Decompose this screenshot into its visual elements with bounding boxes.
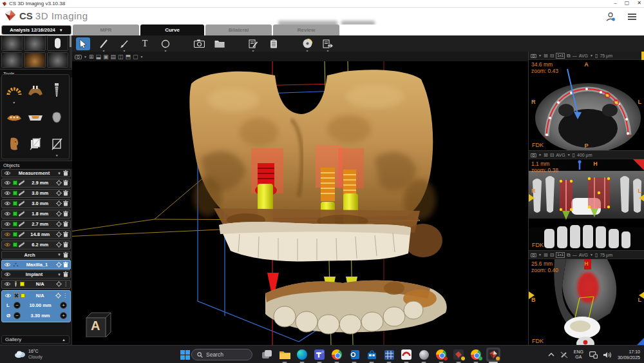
delete-icon[interactable] xyxy=(63,242,68,248)
measurement-row[interactable]: 14.8 mm xyxy=(1,230,71,240)
export-tool-button[interactable]: ▼ xyxy=(321,37,335,50)
taskbar-icon-chrome[interactable] xyxy=(330,348,344,362)
snapshot-icon[interactable] xyxy=(531,253,536,257)
color-swatch[interactable] xyxy=(13,181,17,185)
pane-layout-icon[interactable]: ⊟ xyxy=(550,152,554,158)
taskbar-icon-store[interactable] xyxy=(365,348,379,362)
chevron-down-icon[interactable]: ▼ xyxy=(140,54,144,60)
arch-group-header[interactable]: Arch ▼ xyxy=(1,251,71,259)
eye-icon[interactable] xyxy=(4,181,11,185)
ct-thumbnail[interactable] xyxy=(24,35,45,51)
eye-icon[interactable] xyxy=(4,222,11,226)
focus-target-icon[interactable] xyxy=(56,281,62,287)
tab-mpr[interactable]: MPR xyxy=(73,25,139,35)
delete-icon[interactable] xyxy=(63,262,68,268)
implant-group-header[interactable]: Implant ▼ xyxy=(1,270,71,279)
clipboard-tool-button[interactable] xyxy=(267,37,281,50)
copy-icon[interactable]: ▯ xyxy=(595,53,598,59)
panoramic-view[interactable]: 1.1 mm zoom: 0.38 H R L FDK xyxy=(529,159,644,250)
user-account-icon[interactable] xyxy=(605,12,616,22)
maximize-button[interactable]: ▢ xyxy=(625,0,630,6)
focus-target-icon[interactable] xyxy=(56,262,62,268)
color-swatch[interactable] xyxy=(13,232,17,237)
layout-rows-icon[interactable]: ▤ xyxy=(111,54,117,60)
delete-icon[interactable] xyxy=(63,190,68,196)
slices-tool-button[interactable] xyxy=(24,130,46,157)
length-decrement-button[interactable]: − xyxy=(14,302,21,309)
orientation-cube[interactable]: A xyxy=(82,310,112,337)
mandible-tool-button[interactable] xyxy=(24,76,46,104)
eye-icon[interactable] xyxy=(4,201,11,206)
close-button[interactable]: ✕ xyxy=(637,0,641,6)
disc-export-button[interactable]: ▼ xyxy=(300,37,314,50)
pane-layout-icon[interactable]: ⊟ xyxy=(550,252,554,258)
pen-disabled-icon[interactable] xyxy=(560,351,568,358)
focus-target-icon[interactable] xyxy=(56,190,62,196)
chevron-down-icon[interactable]: ▼ xyxy=(57,273,61,277)
chevron-down-icon[interactable]: ▼ xyxy=(538,54,542,57)
eye-icon[interactable] xyxy=(4,242,11,247)
taskbar-icon-cs-3d-imaging[interactable] xyxy=(486,348,500,362)
eye-icon[interactable] xyxy=(5,293,12,298)
taskbar-icon-globe-app[interactable] xyxy=(417,348,431,362)
color-swatch[interactable] xyxy=(13,222,17,226)
measurement-row[interactable]: 1.8 mm xyxy=(1,210,71,219)
copy-icon[interactable]: ▯ xyxy=(595,252,598,258)
start-button[interactable] xyxy=(178,348,192,362)
diameter-decrement-button[interactable]: − xyxy=(14,312,21,319)
render-mode-select[interactable]: AVG xyxy=(579,253,588,257)
more-options-icon[interactable]: ⋮ xyxy=(63,282,68,287)
chevron-down-icon[interactable]: ▼ xyxy=(538,253,542,257)
delete-icon[interactable] xyxy=(63,180,68,186)
grid-layout-icon[interactable]: ⊞ xyxy=(544,152,548,158)
taskbar-icon-edge[interactable] xyxy=(295,348,309,362)
slice-thickness-label[interactable]: 75 μm xyxy=(600,253,612,257)
clock-widget[interactable]: 17:10 30/09/2025 xyxy=(618,349,640,360)
focus-target-icon[interactable] xyxy=(56,231,62,237)
color-swatch[interactable] xyxy=(13,191,17,195)
taskbar-icon-teams[interactable] xyxy=(312,348,327,362)
pc-status-icon[interactable] xyxy=(589,351,598,358)
analysis-dropdown[interactable]: Analysis 12/16/2024 ▼ xyxy=(1,25,71,35)
focus-target-icon[interactable] xyxy=(55,293,61,299)
implant-row[interactable]: N/A ⋮ xyxy=(1,280,71,289)
color-swatch[interactable] xyxy=(13,211,17,216)
taskbar-icon-chrome-profile-2[interactable] xyxy=(469,348,483,362)
delete-icon[interactable] xyxy=(63,231,68,237)
line-tool-button[interactable]: ▼ xyxy=(97,37,111,50)
ct-thumbnail[interactable] xyxy=(47,35,68,51)
implant-selected-block[interactable]: N/A ⋮ L − 10.00 mm + Ø − 3.30 mm + xyxy=(1,290,71,323)
3d-render-viewport[interactable]: A xyxy=(72,61,528,345)
taskbar-icon-dental-app[interactable] xyxy=(399,348,413,362)
length-increment-button[interactable]: + xyxy=(60,302,67,309)
layout-custom-icon[interactable]: ▢ xyxy=(133,54,138,60)
tab-curve[interactable]: Curve xyxy=(140,25,204,35)
taskbar-icon-remote-grid[interactable] xyxy=(382,348,396,362)
chevron-down-icon[interactable]: ▼ xyxy=(538,153,542,157)
delete-icon[interactable] xyxy=(63,221,68,227)
hamburger-menu-icon[interactable] xyxy=(628,12,636,21)
thumbnail-scrollbar[interactable] xyxy=(70,35,71,68)
tab-review[interactable]: Review xyxy=(273,25,339,35)
eye-icon[interactable] xyxy=(4,272,11,277)
delete-icon[interactable] xyxy=(63,211,68,217)
snapshot-small-icon[interactable] xyxy=(75,54,82,59)
taskbar-icon-task-view[interactable] xyxy=(260,348,274,362)
chevron-down-icon[interactable]: ▼ xyxy=(57,253,61,257)
report-tool-button[interactable]: ▼ xyxy=(246,37,260,50)
speaker-icon[interactable] xyxy=(603,351,612,358)
ct-thumbnail[interactable] xyxy=(1,52,23,68)
delete-icon[interactable] xyxy=(63,252,68,258)
delete-icon[interactable] xyxy=(63,170,68,176)
ct-thumbnail[interactable] xyxy=(47,52,68,68)
render-mode-select[interactable]: AVG xyxy=(556,153,565,157)
color-swatch[interactable] xyxy=(21,293,25,298)
eye-icon[interactable] xyxy=(4,282,11,286)
link-views-icon[interactable]: ⧉ xyxy=(567,53,571,59)
taskbar-icon-file-explorer[interactable] xyxy=(278,348,292,362)
lower-teeth-tool-button[interactable] xyxy=(3,104,24,130)
layout-stack-icon[interactable]: ⬒ xyxy=(126,54,131,60)
link-views-icon[interactable]: ⧉ xyxy=(567,252,571,258)
measure-arrow-tool-button[interactable]: ▼ xyxy=(117,37,131,50)
slices-alt-tool-button[interactable]: ▼ xyxy=(46,130,68,157)
